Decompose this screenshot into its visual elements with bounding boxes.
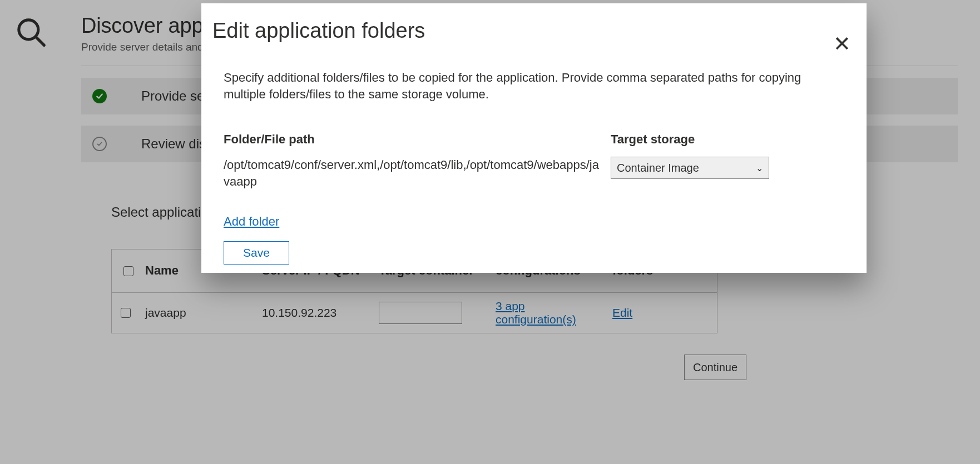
row-checkbox[interactable] (121, 308, 131, 318)
path-label: Folder/File path (224, 132, 600, 147)
wizard-step-1-label: Provide se (141, 88, 204, 104)
edit-application-folders-modal: ✕ Edit application folders Specify addit… (201, 3, 867, 273)
continue-button[interactable]: Continue (684, 355, 746, 380)
close-icon[interactable]: ✕ (831, 33, 853, 56)
chevron-down-icon: ⌄ (756, 163, 763, 173)
storage-label: Target storage (611, 132, 800, 147)
check-outline-icon (92, 137, 107, 151)
wizard-step-2-label: Review dis (141, 136, 206, 152)
row-server: 10.150.92.223 (262, 306, 379, 320)
modal-title: Edit application folders (212, 19, 867, 43)
row-name: javaapp (145, 306, 262, 320)
target-storage-select[interactable]: Container Image ⌄ (611, 157, 769, 179)
modal-description: Specify additional folders/files to be c… (224, 69, 824, 102)
target-storage-selected: Container Image (617, 162, 699, 174)
save-button[interactable]: Save (224, 241, 289, 265)
path-value: /opt/tomcat9/conf/server.xml,/opt/tomcat… (224, 157, 600, 189)
target-container-input[interactable] (379, 302, 462, 324)
edit-folders-link[interactable]: Edit (612, 306, 632, 319)
add-folder-link[interactable]: Add folder (224, 214, 279, 229)
table-row: javaapp 10.150.92.223 3 app configuratio… (112, 293, 717, 333)
svg-line-1 (36, 37, 44, 45)
check-circle-icon (92, 89, 107, 103)
select-all-checkbox[interactable] (123, 266, 133, 276)
search-icon[interactable] (16, 17, 47, 48)
app-configurations-link[interactable]: 3 app configuration(s) (496, 300, 576, 326)
